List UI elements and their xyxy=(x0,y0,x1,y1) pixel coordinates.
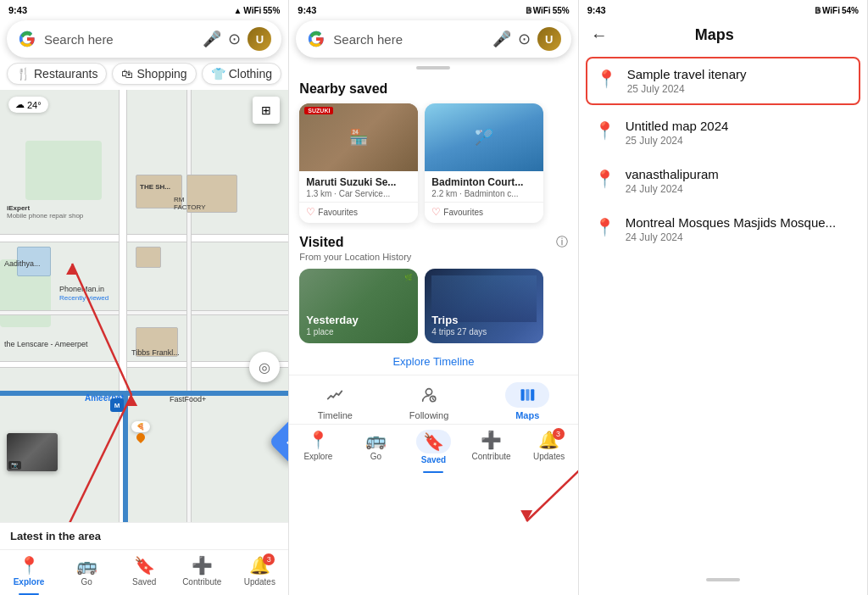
chip-label-shopping: Shopping xyxy=(136,67,186,81)
battery-1: 55% xyxy=(263,6,280,15)
nav-go-1[interactable]: 🚌 Go xyxy=(58,555,115,587)
maps-tab-icon-wrap xyxy=(505,382,549,408)
nav-explore-1[interactable]: 📍 Explore xyxy=(0,555,58,587)
map-item-0[interactable]: 📍 Sample travel itenary 25 July 2024 xyxy=(586,57,860,105)
map-item-info-3: Montreal Mosques Masjids Mosque... 24 Ju… xyxy=(626,215,852,243)
nav-saved-2[interactable]: 🔖 Saved xyxy=(404,430,462,464)
map-tibbs-label: Tibbs Frankl... xyxy=(131,348,180,357)
visited-card-trips[interactable]: Trips 4 trips 27 days xyxy=(425,269,543,343)
nav-go-2[interactable]: 🚌 Go xyxy=(347,430,404,464)
map-iexpert-label: iExpertMobile phone repair shop xyxy=(7,204,83,220)
trips-label-wrap: Trips 4 trips 27 days xyxy=(431,314,487,336)
bottom-nav-1: 📍 Explore 🚌 Go 🔖 Saved ➕ Contribute 🔔 Up… xyxy=(0,549,288,595)
google-logo-1 xyxy=(17,29,37,49)
badminton-image: 🏸 xyxy=(425,103,543,171)
maruti-image: 🏪 SUZUKI xyxy=(299,103,418,171)
saved-label: Saved xyxy=(132,577,156,587)
avatar-1[interactable]: U xyxy=(248,27,271,51)
map-item-name-0: Sample travel itenary xyxy=(627,67,850,81)
map-item-name-3: Montreal Mosques Masjids Mosque... xyxy=(626,215,852,230)
explore-icon: 📍 xyxy=(19,555,40,576)
road-h-2 xyxy=(0,361,288,368)
yesterday-label-wrap: Yesterday 1 place xyxy=(306,314,358,336)
nearby-cards: 🏪 SUZUKI Maruti Suzuki Se... 1.3 km · Ca… xyxy=(289,100,577,230)
yesterday-bg: 🌿 Yesterday 1 place xyxy=(299,269,418,343)
maruti-fav[interactable]: ♡ Favourites xyxy=(299,202,418,223)
tab-section: Timeline Following Maps xyxy=(289,375,577,424)
updates-label-2: Updates xyxy=(533,452,565,461)
explore-label-2: Explore xyxy=(303,452,332,461)
svg-marker-9 xyxy=(520,510,532,521)
place-card-badminton[interactable]: 🏸 Badminton Court... 2.2 km · Badminton … xyxy=(425,103,543,223)
nav-arrow-icon: ◆ xyxy=(287,432,288,451)
map-item-1[interactable]: 📍 Untitled map 2024 25 July 2024 xyxy=(579,108,867,157)
status-bar-1: 9:43 ▲ WiFi 55% xyxy=(0,0,288,17)
route-blue-h xyxy=(0,391,288,396)
food-pin-dot xyxy=(135,431,147,443)
tab-maps[interactable]: Maps xyxy=(505,382,549,420)
map-aadithya-label: Aadithya... xyxy=(4,259,41,268)
badminton-body: Badminton Court... 2.2 km · Badminton c.… xyxy=(425,171,543,202)
timeline-icon xyxy=(326,386,344,404)
place-card-maruti[interactable]: 🏪 SUZUKI Maruti Suzuki Se... 1.3 km · Ca… xyxy=(299,103,418,223)
search-input-2[interactable]: Search here xyxy=(333,32,485,47)
nav-saved-1[interactable]: 🔖 Saved xyxy=(115,555,173,587)
panel-map: 9:43 ▲ WiFi 55% Search here 🎤 ⊙ U 🍴 Rest… xyxy=(0,0,289,595)
explore-timeline[interactable]: Explore Timeline xyxy=(289,350,577,375)
road-h-1 xyxy=(0,234,288,242)
clothing-icon: 👕 xyxy=(211,67,225,81)
tab-following[interactable]: Following xyxy=(409,382,448,420)
heart-icon-badminton: ♡ xyxy=(431,206,441,218)
contribute-icon-2: ➕ xyxy=(481,430,502,450)
layers-button[interactable]: ⊞ xyxy=(253,97,280,124)
info-icon[interactable]: ⓘ xyxy=(556,235,568,250)
building-4 xyxy=(136,247,161,268)
map-rmfactory-label: RMFACTORY xyxy=(174,196,206,211)
lens-icon-1[interactable]: ⊙ xyxy=(228,30,241,48)
target-icon: ◎ xyxy=(259,359,270,375)
map-area[interactable]: ☁ 24° ⊞ iExpertMobile phone repair shop … xyxy=(0,90,288,522)
chip-restaurants[interactable]: 🍴 Restaurants xyxy=(7,63,107,85)
map-pin-icon-0: 📍 xyxy=(596,69,617,89)
svg-rect-5 xyxy=(521,389,525,400)
map-item-2[interactable]: 📍 vanasthalipuram 24 July 2024 xyxy=(579,157,867,205)
badminton-fav[interactable]: ♡ Favourites xyxy=(425,202,543,223)
mic-icon-1[interactable]: 🎤 xyxy=(203,30,221,48)
fav-label-maruti: Favourites xyxy=(318,208,358,217)
avatar-2[interactable]: U xyxy=(537,27,561,51)
food-pin: 🍕 xyxy=(131,421,150,442)
contribute-label-2: Contribute xyxy=(471,452,510,461)
restaurants-icon: 🍴 xyxy=(16,67,31,81)
chip-shopping[interactable]: 🛍 Shopping xyxy=(112,63,196,85)
back-button[interactable]: ← xyxy=(591,25,608,45)
timeline-label: Timeline xyxy=(318,410,353,420)
bottom-nav-2: 📍 Explore 🚌 Go 🔖 Saved ➕ Contribute 🔔 Up… xyxy=(289,424,577,473)
mic-icon-2[interactable]: 🎤 xyxy=(492,30,511,48)
map-item-3[interactable]: 📍 Montreal Mosques Masjids Mosque... 24 … xyxy=(579,205,867,253)
heart-icon-maruti: ♡ xyxy=(306,206,315,218)
nav-explore-2[interactable]: 📍 Explore xyxy=(289,430,347,464)
nav-updates-1[interactable]: 🔔 Updates 3 xyxy=(231,555,288,587)
explore-label: Explore xyxy=(14,577,45,587)
search-bar-1[interactable]: Search here 🎤 ⊙ U xyxy=(7,20,281,58)
search-action-icons-1: 🎤 ⊙ U xyxy=(203,27,271,51)
search-input-1[interactable]: Search here xyxy=(44,32,196,47)
updates-label: Updates xyxy=(244,577,275,587)
tab-timeline[interactable]: Timeline xyxy=(318,382,353,420)
go-label: Go xyxy=(81,577,92,587)
search-bar-2[interactable]: Search here 🎤 ⊙ U xyxy=(296,20,570,58)
following-icon-wrap xyxy=(414,382,444,408)
nav-contribute-2[interactable]: ➕ Contribute xyxy=(463,430,520,464)
status-bar-2: 9:43 𝔹 WiFi 55% xyxy=(289,0,577,17)
nav-updates-2[interactable]: 🔔 Updates 3 xyxy=(520,430,578,464)
explore-icon-2: 📍 xyxy=(308,430,329,450)
chip-clothing[interactable]: 👕 Clothing xyxy=(202,63,281,85)
visited-card-yesterday[interactable]: 🌿 Yesterday 1 place xyxy=(299,269,418,343)
lens-icon-2[interactable]: ⊙ xyxy=(518,30,531,48)
status-icons-1: ▲ WiFi 55% xyxy=(233,6,280,15)
maruti-meta: 1.3 km · Car Service... xyxy=(306,189,411,198)
fav-label-badminton: Favourites xyxy=(443,208,483,217)
nav-contribute-1[interactable]: ➕ Contribute xyxy=(173,555,231,587)
contribute-label: Contribute xyxy=(182,577,221,587)
map-thumbnail: 📷 xyxy=(7,433,58,471)
